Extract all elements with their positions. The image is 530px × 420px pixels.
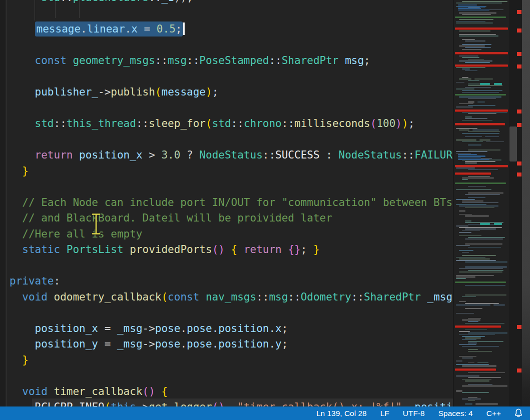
minimap-code-line	[465, 194, 500, 195]
code-line[interactable]: std::placeholders::_1));	[10, 0, 453, 6]
code-line[interactable]: std::this_thread::sleep_for(std::chrono:…	[10, 116, 453, 132]
notifications-bell-icon[interactable]	[514, 408, 523, 418]
code-token: chrono	[244, 118, 282, 130]
code-line[interactable]: publisher_->publish(message);	[10, 84, 453, 100]
code-line[interactable]	[10, 132, 453, 148]
minimap-code-line	[462, 320, 480, 320]
status-item-eol-sequence[interactable]: LF	[380, 409, 389, 418]
code-token: _1	[161, 0, 174, 4]
minimap-code-line	[465, 118, 487, 119]
code-token	[10, 401, 35, 406]
minimap-code-line	[468, 98, 496, 100]
code-token: .	[180, 322, 187, 334]
code-line[interactable]: void timer_callback() {	[10, 384, 453, 400]
code-token: ::	[54, 118, 67, 130]
code-text-area[interactable]: std::placeholders::_1)); message.linear.…	[0, 0, 453, 406]
status-item-indentation[interactable]: Spaces: 4	[438, 409, 473, 418]
code-line[interactable]: // Each Node can include port IN/OUT for…	[10, 195, 453, 211]
minimap-code-line	[468, 372, 505, 374]
minimap-error-line	[455, 165, 508, 168]
code-line[interactable]: message.linear.x = 0.5;	[10, 22, 453, 38]
scrollbar[interactable]	[509, 0, 522, 406]
status-item-encoding[interactable]: UTF-8	[403, 409, 425, 418]
code-line[interactable]	[10, 368, 453, 384]
minimap-code-line	[468, 270, 503, 271]
code-line[interactable]: RCLCPP_INFO(this->get_logger(), "timer_c…	[10, 400, 453, 406]
window-edge-strip	[522, 0, 530, 406]
minimap-code-line	[456, 226, 468, 226]
minimap[interactable]	[453, 0, 510, 406]
minimap-error-line	[455, 326, 501, 328]
code-line[interactable]	[10, 179, 453, 195]
code-line[interactable]: return position_x > 3.0 ? NodeStatus::SU…	[10, 148, 453, 164]
code-line[interactable]: }	[10, 352, 453, 368]
code-token: ->	[136, 401, 149, 406]
minimap-error-line	[455, 52, 508, 54]
code-line[interactable]	[10, 38, 453, 54]
scrollbar-thumb[interactable]	[509, 126, 517, 162]
code-token: >	[143, 149, 162, 161]
code-token: linear	[87, 23, 125, 35]
minimap-error-line	[455, 368, 496, 371]
code-token: ->	[143, 322, 155, 334]
code-token: )	[206, 86, 212, 98]
minimap-code-line	[465, 404, 472, 404]
code-token: ;	[301, 244, 307, 256]
minimap-code-line	[456, 360, 462, 362]
code-token: }	[22, 165, 29, 177]
minimap-code-line	[459, 250, 473, 251]
error-mark	[517, 123, 521, 127]
minimap-code-line	[456, 67, 485, 68]
minimap-code-line	[468, 105, 495, 106]
code-line[interactable]	[10, 305, 453, 321]
code-line[interactable]	[10, 69, 453, 85]
code-line[interactable]: position_y = _msg->pose.pose.position.y;	[10, 336, 453, 352]
minimap-code-line	[465, 338, 481, 338]
code-line[interactable]: //Here all is empty	[10, 226, 453, 242]
minimap-match-block	[480, 83, 490, 85]
minimap-code-line	[459, 268, 503, 270]
code-token	[10, 149, 35, 161]
minimap-code-line	[465, 323, 504, 324]
code-token: const	[35, 54, 73, 66]
minimap-code-line	[475, 404, 498, 404]
code-token: geometry_msgs	[73, 54, 155, 66]
code-line[interactable]: position_x = _msg->pose.pose.position.x;	[10, 321, 453, 337]
minimap-code-line	[459, 272, 502, 272]
code-line[interactable]: private:	[10, 274, 453, 290]
code-line[interactable]: }	[10, 164, 453, 180]
minimap-code-line	[459, 227, 502, 228]
code-editor[interactable]: std::placeholders::_1)); message.linear.…	[0, 0, 453, 406]
code-token	[307, 244, 313, 256]
code-line[interactable]	[10, 258, 453, 274]
code-line[interactable]: // and BlackBoard. Dateil will be proivi…	[10, 210, 453, 226]
code-token: return	[35, 149, 80, 161]
minimap-code-line	[468, 176, 490, 177]
minimap-code-line	[462, 358, 473, 358]
minimap-highlight-block	[458, 156, 485, 156]
code-token	[155, 386, 162, 398]
minimap-code-line	[468, 59, 484, 60]
code-line[interactable]	[10, 100, 453, 116]
code-token: .	[81, 23, 87, 35]
status-item-language-mode[interactable]: C++	[486, 409, 501, 418]
minimap-code-line	[459, 214, 472, 215]
code-token: ->	[98, 86, 111, 98]
minimap-error-line	[455, 110, 508, 112]
code-token	[10, 118, 35, 130]
code-line[interactable]: const geometry_msgs::msg::PoseStamped::S…	[10, 53, 453, 69]
code-line[interactable]: static PortsList providedPorts() { retur…	[10, 242, 453, 258]
code-token: ->	[143, 338, 155, 350]
code-token: pose	[155, 322, 181, 334]
code-line[interactable]: void odometry_callback(const nav_msgs::m…	[10, 290, 453, 306]
code-token: (	[161, 291, 168, 303]
code-line[interactable]	[10, 6, 453, 22]
code-token: )	[402, 118, 408, 130]
minimap-code-line	[468, 397, 477, 398]
minimap-code-line	[462, 68, 470, 70]
error-mark	[517, 52, 521, 56]
code-token: private	[10, 275, 54, 287]
minimap-code-line	[468, 150, 500, 150]
status-item-cursor-position[interactable]: Ln 139, Col 28	[316, 409, 367, 418]
minimap-code-line	[456, 204, 486, 205]
